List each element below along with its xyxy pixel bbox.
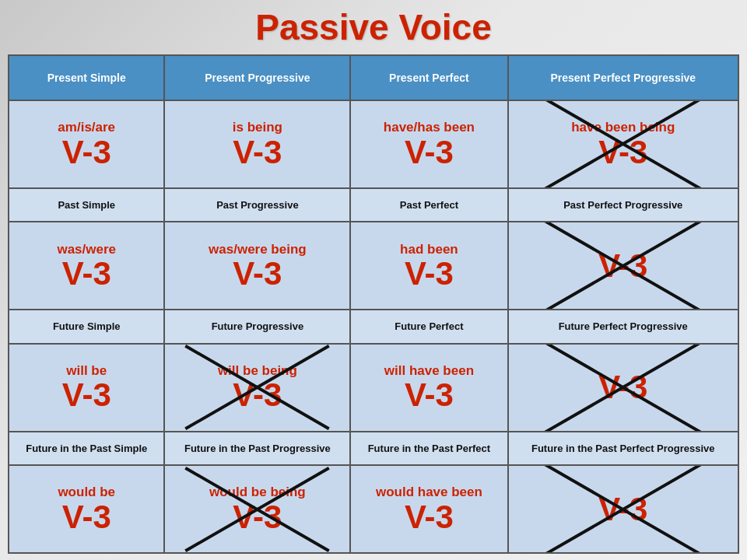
v3-text-4-3: V-3 bbox=[598, 371, 647, 404]
content-cell-2-0: was/wereV-3 bbox=[9, 222, 164, 310]
formula-6-0: would beV-3 bbox=[12, 469, 160, 549]
header-col-1: Present Simple bbox=[9, 55, 164, 100]
row-1: Past SimplePast ProgressivePast PerfectP… bbox=[9, 188, 738, 222]
formula-6-1: would be beingV-3 bbox=[168, 469, 346, 549]
v3-text-2-2: V-3 bbox=[405, 257, 454, 290]
formula-4-2: will have beenV-3 bbox=[354, 348, 503, 428]
content-cell-4-0: will beV-3 bbox=[9, 344, 164, 432]
formula-2-1: was/were beingV-3 bbox=[168, 226, 346, 306]
formula-0-0: am/is/areV-3 bbox=[12, 104, 160, 184]
label-cell-3-3: Future Perfect Progressive bbox=[508, 310, 738, 344]
content-cell-0-2: have/has beenV-3 bbox=[350, 100, 507, 188]
content-cell-0-1: is beingV-3 bbox=[164, 100, 350, 188]
content-cell-4-2: will have beenV-3 bbox=[350, 344, 507, 432]
label-cell-5-2: Future in the Past Perfect bbox=[350, 432, 507, 466]
main-table: Present Simple Present Progressive Prese… bbox=[8, 54, 739, 554]
header-row: Present Simple Present Progressive Prese… bbox=[9, 55, 738, 100]
formula-6-2: would have beenV-3 bbox=[354, 469, 503, 549]
label-cell-1-0: Past Simple bbox=[9, 188, 164, 222]
v3-text-0-0: V-3 bbox=[62, 136, 111, 169]
formula-0-3: have been beingV-3 bbox=[512, 104, 735, 184]
label-cell-3-1: Future Progressive bbox=[164, 310, 350, 344]
content-cell-0-0: am/is/areV-3 bbox=[9, 100, 164, 188]
row-3: Future SimpleFuture ProgressiveFuture Pe… bbox=[9, 310, 738, 344]
formula-2-2: had beenV-3 bbox=[354, 226, 503, 306]
content-cell-6-0: would beV-3 bbox=[9, 465, 164, 553]
label-cell-5-0: Future in the Past Simple bbox=[9, 432, 164, 466]
formula-0-1: is beingV-3 bbox=[168, 104, 346, 184]
v3-text-4-2: V-3 bbox=[405, 379, 454, 411]
content-cell-4-1: will be beingV-3 bbox=[164, 344, 350, 432]
row-6: would beV-3would be beingV-3would have b… bbox=[9, 465, 738, 553]
v3-text-6-1: V-3 bbox=[233, 501, 282, 534]
label-cell-3-0: Future Simple bbox=[9, 310, 164, 344]
content-cell-2-3: V-3 bbox=[508, 222, 738, 310]
page-wrapper: Passive Voice Present Simple Present Pro… bbox=[0, 0, 747, 560]
row-2: was/wereV-3was/were beingV-3had beenV-3V… bbox=[9, 222, 738, 310]
page-title: Passive Voice bbox=[255, 6, 491, 48]
table-body: am/is/areV-3is beingV-3have/has beenV-3h… bbox=[9, 100, 738, 553]
row-5: Future in the Past SimpleFuture in the P… bbox=[9, 432, 738, 466]
v3-text-4-0: V-3 bbox=[62, 379, 111, 411]
content-cell-0-3: have been beingV-3 bbox=[508, 100, 738, 188]
content-cell-6-3: V-3 bbox=[508, 465, 738, 553]
label-cell-1-3: Past Perfect Progressive bbox=[508, 188, 738, 222]
v3-text-0-2: V-3 bbox=[405, 136, 454, 169]
v3-text-0-1: V-3 bbox=[233, 136, 282, 169]
formula-2-3: V-3 bbox=[512, 226, 735, 306]
formula-4-1: will be beingV-3 bbox=[168, 348, 346, 428]
formula-0-2: have/has beenV-3 bbox=[354, 104, 503, 184]
v3-text-0-3: V-3 bbox=[598, 136, 647, 169]
v3-text-6-3: V-3 bbox=[598, 493, 647, 526]
v3-text-4-1: V-3 bbox=[233, 379, 282, 411]
v3-text-6-0: V-3 bbox=[62, 501, 111, 534]
header-col-2: Present Progressive bbox=[164, 55, 350, 100]
v3-text-6-2: V-3 bbox=[405, 501, 454, 534]
row-4: will beV-3will be beingV-3will have been… bbox=[9, 344, 738, 432]
content-cell-6-1: would be beingV-3 bbox=[164, 465, 350, 553]
formula-6-3: V-3 bbox=[512, 469, 735, 549]
content-cell-6-2: would have beenV-3 bbox=[350, 465, 507, 553]
label-cell-1-1: Past Progressive bbox=[164, 188, 350, 222]
label-cell-1-2: Past Perfect bbox=[350, 188, 507, 222]
header-col-3: Present Perfect bbox=[350, 55, 507, 100]
formula-4-3: V-3 bbox=[512, 348, 735, 428]
content-cell-4-3: V-3 bbox=[508, 344, 738, 432]
v3-text-2-0: V-3 bbox=[62, 257, 111, 290]
formula-2-0: was/wereV-3 bbox=[12, 226, 160, 306]
label-cell-5-3: Future in the Past Perfect Progressive bbox=[508, 432, 738, 466]
label-cell-3-2: Future Perfect bbox=[350, 310, 507, 344]
row-0: am/is/areV-3is beingV-3have/has beenV-3h… bbox=[9, 100, 738, 188]
label-cell-5-1: Future in the Past Progressive bbox=[164, 432, 350, 466]
header-col-4: Present Perfect Progressive bbox=[508, 55, 738, 100]
v3-text-2-1: V-3 bbox=[233, 257, 282, 290]
formula-4-0: will beV-3 bbox=[12, 348, 160, 428]
v3-text-2-3: V-3 bbox=[598, 250, 647, 282]
content-cell-2-2: had beenV-3 bbox=[350, 222, 507, 310]
content-cell-2-1: was/were beingV-3 bbox=[164, 222, 350, 310]
